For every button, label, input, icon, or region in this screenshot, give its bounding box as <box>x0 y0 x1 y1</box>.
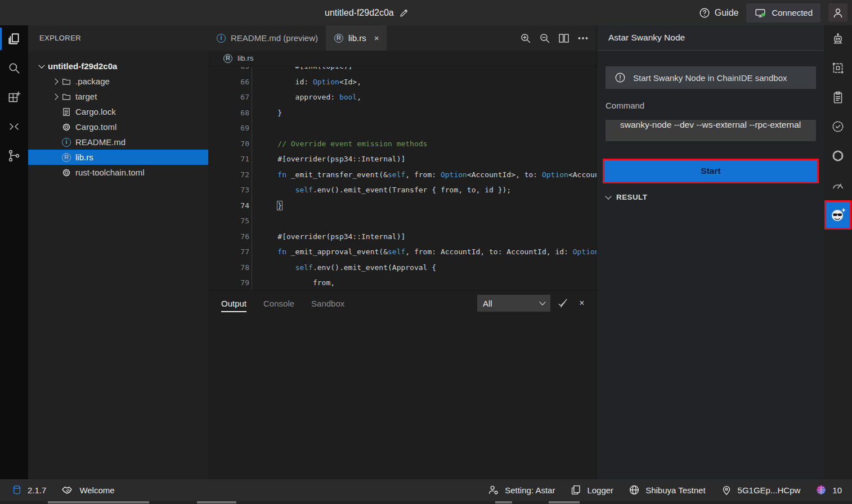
line-number: 66 <box>208 78 249 86</box>
database-icon <box>11 484 23 496</box>
indent-guide <box>252 67 252 290</box>
clipboard-icon[interactable] <box>824 84 852 111</box>
explorer-header: EXPLORER <box>28 25 208 51</box>
connected-button[interactable]: Connected <box>746 3 820 22</box>
code-line-76[interactable]: 76 #[overrider(psp34::Internal)] <box>208 229 597 245</box>
command-input[interactable]: swanky-node --dev --ws-external --rpc-ex… <box>606 120 816 141</box>
gauge-icon[interactable] <box>824 172 852 199</box>
status-item-copy[interactable]: Logger <box>570 484 613 496</box>
code-line-66[interactable]: 66 id: Option<Id>, <box>208 74 597 90</box>
avatar[interactable] <box>828 3 847 22</box>
result-section-header[interactable]: RESULT <box>606 193 647 201</box>
code-line-67[interactable]: 67 approved: bool, <box>208 89 597 105</box>
edit-title-pencil-icon[interactable] <box>399 8 409 18</box>
collapse-icon[interactable] <box>0 113 28 140</box>
status-label: Welcome <box>79 485 114 495</box>
tab-label: README.md (preview) <box>231 33 318 43</box>
code-line-70[interactable]: 70 // Override event emission methods <box>208 136 597 152</box>
zoom-in-icon[interactable] <box>518 30 533 46</box>
workspace-title: untitled-f29d2c0a <box>325 8 394 18</box>
bottom-panel-tabs: OutputConsoleSandbox All × <box>208 290 597 316</box>
clear-output-icon[interactable] <box>556 296 570 310</box>
status-bar: 2.1.7Welcome Setting: AstarLoggerShibuya… <box>0 479 852 501</box>
line-number: 69 <box>208 124 249 132</box>
code-line-69[interactable]: 69 <box>208 120 597 136</box>
output-panel-body <box>208 316 597 479</box>
code-line-71[interactable]: 71 #[overrider(psp34::Internal)] <box>208 151 597 167</box>
breadcrumb[interactable]: R lib.rs <box>208 51 597 66</box>
tree-item-readme-md[interactable]: iREADME.md <box>28 134 208 150</box>
output-filter-select[interactable]: All <box>477 295 550 312</box>
guide-button[interactable]: Guide <box>698 7 739 19</box>
tree-item-cargo-lock[interactable]: Cargo.lock <box>28 104 208 119</box>
panel-tab-console[interactable]: Console <box>258 290 300 316</box>
code-line-75[interactable]: 75 <box>208 213 597 229</box>
astar-plugin-icon[interactable] <box>826 202 850 228</box>
code-line-74[interactable]: 74 } <box>208 198 597 214</box>
line-number: 65 <box>208 67 249 70</box>
status-label: 2.1.7 <box>28 485 46 495</box>
tree-item-lib-rs[interactable]: Rlib.rs <box>28 150 208 165</box>
tree-item--package[interactable]: .package <box>28 74 208 89</box>
code-line-73[interactable]: 73 self.env().emit_event(Transfer { from… <box>208 182 597 198</box>
user-setting-icon <box>487 484 500 496</box>
tree-item-untitled-f29d2c0a[interactable]: untitled-f29d2c0a <box>28 58 208 74</box>
file-label: Cargo.lock <box>75 107 116 116</box>
file-tree: untitled-f29d2c0a.packagetargetCargo.loc… <box>28 51 208 180</box>
tab-lib-rs[interactable]: Rlib.rs× <box>326 25 387 51</box>
filter-value: All <box>483 299 492 308</box>
command-label: Command <box>606 101 644 110</box>
tree-item-rust-toolchain-toml[interactable]: rust-toolchain.toml <box>28 165 208 180</box>
status-item-globe[interactable]: Shibuya Testnet <box>628 484 705 496</box>
line-number: 67 <box>208 93 249 101</box>
badge-icon[interactable] <box>824 113 852 140</box>
alert-circle-icon <box>614 71 626 84</box>
status-label: Shibuya Testnet <box>645 485 705 495</box>
source-control-icon[interactable] <box>0 142 28 169</box>
handshake-icon <box>61 483 74 497</box>
status-item-pin[interactable]: 5G1GEp...HCpw <box>720 484 801 496</box>
openai-icon[interactable] <box>824 142 852 169</box>
files-icon[interactable] <box>0 25 28 52</box>
more-actions-icon[interactable] <box>575 30 591 46</box>
tree-item-cargo-toml[interactable]: Cargo.toml <box>28 119 208 134</box>
split-editor-icon[interactable] <box>556 30 572 46</box>
editor-area: iREADME.md (preview)Rlib.rs× R lib.rs 65… <box>208 25 597 479</box>
breadcrumb-label: lib.rs <box>237 54 254 62</box>
gear-icon <box>61 168 71 178</box>
code-line-78[interactable]: 78 self.env().emit_event(Approval { <box>208 260 597 276</box>
panel-tab-sandbox[interactable]: Sandbox <box>306 290 350 316</box>
info-icon: i <box>216 34 226 43</box>
close-tab-icon[interactable]: × <box>374 33 379 43</box>
person-icon <box>831 6 845 20</box>
zoom-out-icon[interactable] <box>537 30 553 46</box>
status-item-handshake[interactable]: Welcome <box>61 483 114 497</box>
polkadot-icon <box>815 484 827 496</box>
status-item-polkadot[interactable]: 10 <box>815 484 842 496</box>
code-line-79[interactable]: 79 from, <box>208 275 597 290</box>
code-editor[interactable]: 65 #[ink(topic)]66 id: Option<Id>,67 app… <box>208 67 597 290</box>
rust-icon: R <box>61 153 71 162</box>
code-line-72[interactable]: 72 fn _emit_transfer_event(&self, from: … <box>208 167 597 183</box>
code-line-77[interactable]: 77 fn _emit_approval_event(&self, from: … <box>208 244 597 260</box>
search-icon[interactable] <box>0 55 28 82</box>
tab-readme-md-preview-[interactable]: iREADME.md (preview) <box>208 25 326 51</box>
status-item-database[interactable]: 2.1.7 <box>11 484 46 496</box>
line-number: 77 <box>208 248 249 256</box>
robot-icon[interactable] <box>824 25 852 52</box>
left-activity-bar <box>0 25 28 479</box>
code-line-68[interactable]: 68 } <box>208 105 597 121</box>
folder-icon <box>61 76 71 87</box>
pin-icon <box>720 484 733 496</box>
panel-tab-output[interactable]: Output <box>216 290 252 316</box>
start-button[interactable]: Start <box>604 160 817 182</box>
chevron-right-icon <box>52 93 58 100</box>
tree-item-target[interactable]: target <box>28 89 208 104</box>
close-panel-icon[interactable]: × <box>575 296 589 310</box>
right-activity-bar <box>824 25 852 479</box>
group-icon[interactable] <box>824 55 852 82</box>
code-line-65[interactable]: 65 #[ink(topic)] <box>208 67 597 74</box>
status-item-user-setting[interactable]: Setting: Astar <box>487 484 555 496</box>
chevron-down-icon <box>605 193 611 199</box>
extensions-icon[interactable] <box>0 84 28 111</box>
